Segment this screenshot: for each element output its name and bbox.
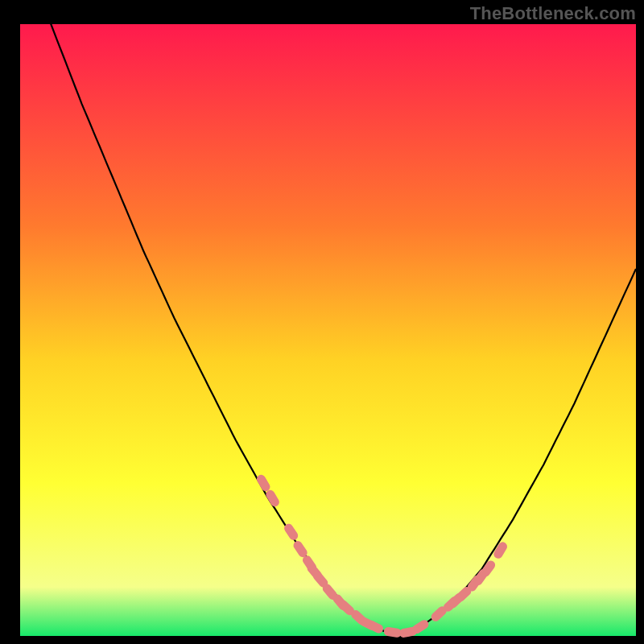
chart-frame: TheBottleneck.com xyxy=(0,0,644,644)
gradient-background xyxy=(20,24,636,636)
bottleneck-chart xyxy=(0,0,644,644)
attribution-label: TheBottleneck.com xyxy=(470,3,636,24)
